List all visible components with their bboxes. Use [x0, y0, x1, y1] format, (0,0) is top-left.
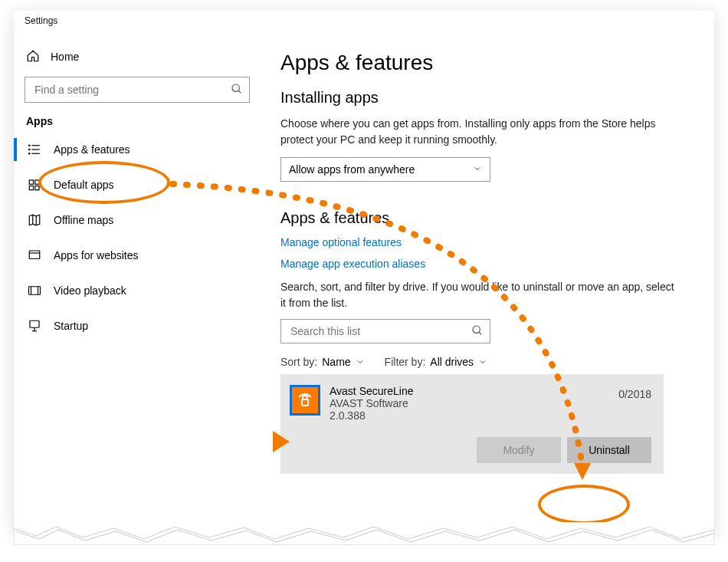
- manage-execution-aliases-link[interactable]: Manage app execution aliases: [280, 258, 694, 270]
- chevron-down-icon: [478, 357, 487, 366]
- defaults-icon: [26, 176, 43, 193]
- filter-value: All drives: [430, 356, 474, 368]
- main-panel: Apps & features Installing apps Choose w…: [261, 29, 714, 532]
- sidebar-item-offline-maps[interactable]: Offline maps: [14, 202, 261, 238]
- list-icon: [26, 141, 43, 158]
- chevron-down-icon: [356, 357, 365, 366]
- svg-rect-15: [29, 251, 40, 259]
- sidebar-home[interactable]: Home: [14, 43, 261, 71]
- uninstall-button[interactable]: Uninstall: [567, 437, 651, 463]
- sidebar-home-label: Home: [51, 51, 79, 63]
- installing-apps-desc: Choose where you can get apps from. Inst…: [280, 116, 679, 148]
- app-card[interactable]: Avast SecureLine AVAST Software 2.0.388 …: [280, 374, 664, 474]
- app-install-date: 0/2018: [618, 388, 651, 422]
- sidebar: Home Apps Apps & features: [14, 29, 261, 532]
- sort-by-dropdown[interactable]: Sort by: Name: [280, 356, 365, 368]
- svg-rect-17: [29, 287, 41, 295]
- filter-label: Filter by:: [385, 356, 426, 368]
- app-vendor: AVAST Software: [330, 397, 618, 409]
- sidebar-item-default-apps[interactable]: Default apps: [14, 167, 261, 202]
- find-setting-input[interactable]: [33, 83, 231, 97]
- svg-rect-10: [29, 186, 33, 190]
- sidebar-item-label: Video playback: [54, 284, 126, 297]
- sidebar-item-label: Startup: [54, 320, 88, 332]
- sort-value: Name: [322, 356, 350, 368]
- svg-rect-8: [29, 180, 33, 184]
- svg-rect-25: [302, 399, 308, 406]
- avast-app-icon: [290, 385, 320, 416]
- sidebar-item-label: Apps for websites: [54, 249, 139, 261]
- apps-list-desc: Search, sort, and filter by drive. If yo…: [280, 279, 679, 311]
- search-icon: [471, 324, 484, 339]
- page-title: Apps & features: [280, 51, 694, 75]
- svg-line-24: [479, 332, 481, 334]
- search-apps-list[interactable]: [280, 319, 490, 343]
- maps-icon: [26, 212, 43, 228]
- sort-label: Sort by:: [280, 356, 317, 368]
- svg-point-7: [29, 153, 31, 155]
- torn-edge: [14, 522, 714, 545]
- video-icon: [26, 282, 43, 299]
- app-name: Avast SecureLine: [330, 385, 618, 397]
- sidebar-item-label: Apps & features: [54, 143, 130, 156]
- svg-point-6: [29, 149, 31, 150]
- sort-filter-row: Sort by: Name Filter by: All drives: [280, 356, 694, 368]
- svg-rect-11: [35, 186, 39, 190]
- apps-features-heading: Apps & features: [280, 209, 694, 227]
- search-icon: [231, 83, 243, 97]
- sidebar-item-label: Offline maps: [54, 214, 113, 226]
- sidebar-item-apps-features[interactable]: Apps & features: [14, 132, 261, 167]
- sidebar-item-label: Default apps: [54, 179, 114, 191]
- sidebar-item-apps-websites[interactable]: Apps for websites: [14, 238, 261, 273]
- manage-optional-features-link[interactable]: Manage optional features: [280, 236, 694, 248]
- settings-window: Settings Home Apps: [14, 11, 714, 532]
- sidebar-category: Apps: [14, 115, 261, 132]
- window-title: Settings: [14, 11, 714, 29]
- install-source-dropdown[interactable]: Allow apps from anywhere: [280, 157, 490, 182]
- chevron-down-icon: [473, 164, 482, 175]
- modify-button: Modify: [477, 437, 561, 463]
- find-setting-search[interactable]: [25, 77, 250, 103]
- app-version: 2.0.388: [330, 409, 618, 422]
- installing-apps-heading: Installing apps: [280, 89, 694, 107]
- svg-point-23: [473, 326, 480, 333]
- svg-rect-9: [35, 180, 39, 184]
- svg-point-5: [29, 145, 31, 146]
- sidebar-item-video-playback[interactable]: Video playback: [14, 273, 261, 308]
- search-apps-input[interactable]: [289, 324, 471, 338]
- startup-icon: [26, 317, 43, 334]
- websites-icon: [26, 247, 43, 264]
- svg-marker-12: [29, 215, 40, 225]
- home-icon: [26, 49, 44, 65]
- svg-point-0: [232, 84, 239, 91]
- svg-line-1: [238, 90, 241, 93]
- install-dropdown-value: Allow apps from anywhere: [289, 163, 415, 176]
- sidebar-item-startup[interactable]: Startup: [14, 308, 261, 343]
- filter-by-dropdown[interactable]: Filter by: All drives: [385, 356, 487, 368]
- svg-rect-20: [30, 320, 39, 327]
